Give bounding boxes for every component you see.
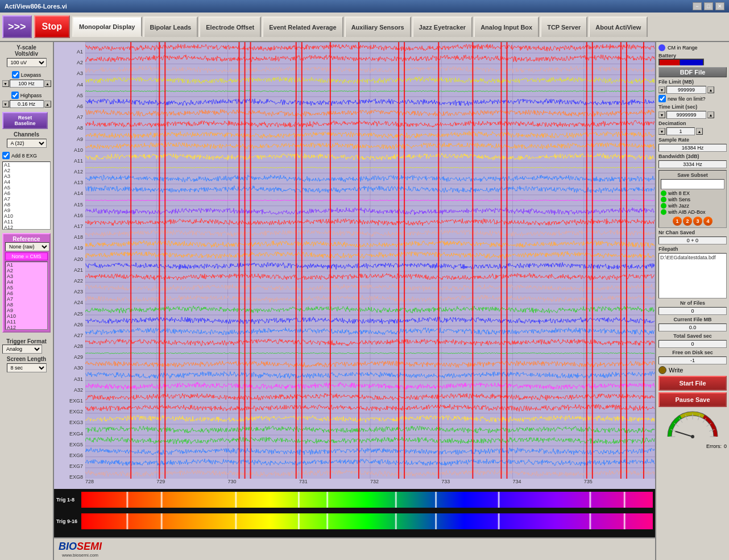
- total-saved-section: Total Saved sec 0: [658, 333, 727, 348]
- trig-label-9-16: Trig 9-16: [56, 518, 79, 524]
- maximize-button[interactable]: □: [704, 2, 713, 10]
- lowpass-checkbox[interactable]: [12, 71, 19, 78]
- tab-analog-input-box[interactable]: Analog Input Box: [474, 16, 539, 37]
- decimation-input[interactable]: [666, 127, 695, 135]
- list-item[interactable]: A5: [3, 185, 50, 190]
- trig-bar-9-16: [81, 513, 653, 529]
- list-item[interactable]: A11: [6, 319, 47, 325]
- close-button[interactable]: ✕: [715, 2, 724, 10]
- free-disk-value: -1: [658, 356, 727, 364]
- list-item[interactable]: A8: [3, 202, 50, 208]
- save-label-8ex: with 8 EX: [668, 190, 690, 196]
- reference-channel-list[interactable]: A1 A2 A3 A4 A5 A6 A7 A8 A9 A10 A11 A12 A…: [5, 262, 48, 330]
- tab-monopolar-display[interactable]: Monopolar Display: [72, 16, 142, 37]
- list-item[interactable]: A7: [6, 296, 47, 302]
- list-item[interactable]: A6: [6, 291, 47, 296]
- free-disk-section: Free on Disk sec -1: [658, 350, 727, 364]
- channel-list[interactable]: A1 A2 A3 A4 A5 A6 A7 A8 A9 A10 A11 A12 A…: [2, 161, 51, 230]
- screen-length-select[interactable]: 8 sec: [7, 363, 47, 372]
- highpass-label: Highpass: [20, 93, 42, 98]
- current-file-label: Current File MB: [658, 317, 727, 322]
- tab-jazz-eyetracker[interactable]: Jazz Eyetracker: [412, 16, 473, 37]
- decimation-up[interactable]: ▲: [696, 128, 703, 135]
- reference-select[interactable]: None (raw): [5, 242, 49, 251]
- num-badge-2[interactable]: 2: [683, 217, 692, 226]
- tab-tcp-server[interactable]: TCP Server: [540, 16, 587, 37]
- free-disk-label: Free on Disk sec: [658, 350, 727, 355]
- trigger-format-label: Trigger Format: [2, 338, 51, 345]
- stop-button[interactable]: Stop: [34, 15, 71, 38]
- list-item[interactable]: A12: [6, 325, 47, 330]
- minimize-button[interactable]: −: [693, 2, 702, 10]
- list-item[interactable]: A1: [6, 262, 47, 268]
- tab-about-activview[interactable]: About ActiView: [589, 16, 648, 37]
- pause-save-button[interactable]: Pause Save: [658, 392, 727, 407]
- num-badge-4[interactable]: 4: [703, 217, 713, 226]
- list-item[interactable]: A2: [3, 168, 50, 173]
- list-item[interactable]: A3: [6, 273, 47, 279]
- decimation-down[interactable]: ▼: [658, 128, 665, 135]
- channel-label-EXG8: EXG8: [54, 472, 85, 479]
- channel-label-A19: A19: [54, 243, 85, 254]
- left-panel: Y-scaleVolts/div 100 uV 50 uV 200 uV Low…: [0, 42, 54, 560]
- new-file-checkbox[interactable]: [658, 95, 666, 102]
- list-item[interactable]: A10: [3, 213, 50, 219]
- tab-electrode-offset[interactable]: Electrode Offset: [199, 16, 261, 37]
- channel-label-A5: A5: [54, 90, 85, 101]
- highpass-down[interactable]: ▼: [2, 101, 9, 107]
- tab-event-related-average[interactable]: Event Related Average: [262, 16, 343, 37]
- time-limit-input[interactable]: [666, 111, 706, 119]
- filepath-section: Filepath D:\EEGdata\testdata.bdf: [658, 246, 727, 298]
- list-item[interactable]: A12: [3, 225, 50, 230]
- list-item[interactable]: A9: [3, 208, 50, 213]
- lowpass-down[interactable]: ▼: [2, 80, 9, 87]
- start-file-button[interactable]: Start File: [658, 376, 727, 391]
- tab-auxiliary-sensors[interactable]: Auxiliary Sensors: [345, 16, 411, 37]
- channel-label-A29: A29: [54, 352, 85, 363]
- list-item[interactable]: A4: [6, 279, 47, 285]
- list-item[interactable]: A5: [6, 285, 47, 291]
- list-item[interactable]: A8: [6, 302, 47, 308]
- time-axis: 728729730731732733734735736: [54, 479, 655, 489]
- lowpass-input[interactable]: [10, 80, 44, 88]
- led-aib: [661, 209, 666, 215]
- channel-label-A21: A21: [54, 265, 85, 276]
- highpass-up[interactable]: ▲: [44, 101, 51, 107]
- save-option-sens: with Sens: [661, 197, 724, 202]
- num-badge-3[interactable]: 3: [693, 217, 702, 226]
- list-item[interactable]: A3: [3, 173, 50, 179]
- led-8ex: [661, 190, 666, 196]
- list-item[interactable]: A7: [3, 196, 50, 202]
- channel-labels-area: A1A2A3A4A5A6A7A8A9A10A11A12A13A14A15A16A…: [54, 42, 85, 479]
- time-limit-down[interactable]: ▼: [658, 111, 665, 118]
- reset-baseline-button[interactable]: Reset Baseline: [2, 112, 48, 129]
- save-subset-input[interactable]: [661, 179, 724, 189]
- add-exg-checkbox[interactable]: [2, 152, 10, 159]
- num-badge-1[interactable]: 1: [673, 217, 682, 226]
- list-item[interactable]: A10: [6, 313, 47, 319]
- led-jazz: [661, 203, 666, 209]
- list-item[interactable]: A1: [3, 162, 50, 168]
- highpass-checkbox[interactable]: [11, 92, 19, 99]
- list-item[interactable]: A2: [6, 268, 47, 273]
- highpass-input[interactable]: [10, 100, 44, 108]
- list-item[interactable]: A6: [3, 190, 50, 196]
- add-exg-label: Add 8 EXG: [11, 153, 37, 159]
- time-limit-up[interactable]: ▲: [707, 111, 714, 118]
- list-item[interactable]: A11: [3, 219, 50, 225]
- channel-label-A14: A14: [54, 188, 85, 199]
- cm-status-dot: [658, 44, 665, 51]
- channels-select[interactable]: A (32): [7, 139, 47, 148]
- list-item[interactable]: A4: [3, 179, 50, 185]
- file-limit-input[interactable]: [666, 86, 706, 94]
- total-saved-value: 0: [658, 340, 727, 348]
- trigger-format-select[interactable]: Analog: [2, 345, 42, 354]
- tab-bipolar-leads[interactable]: Bipolar Leads: [143, 16, 198, 37]
- yscale-select[interactable]: 100 uV 50 uV 200 uV: [7, 58, 47, 67]
- list-item[interactable]: A9: [6, 308, 47, 313]
- activ-button[interactable]: >>>: [2, 15, 32, 38]
- biosemi-area: BIOSEMI www.biosemi.com: [54, 537, 655, 560]
- file-limit-up[interactable]: ▲: [707, 86, 714, 93]
- lowpass-up[interactable]: ▲: [44, 80, 51, 87]
- file-limit-down[interactable]: ▼: [658, 86, 665, 93]
